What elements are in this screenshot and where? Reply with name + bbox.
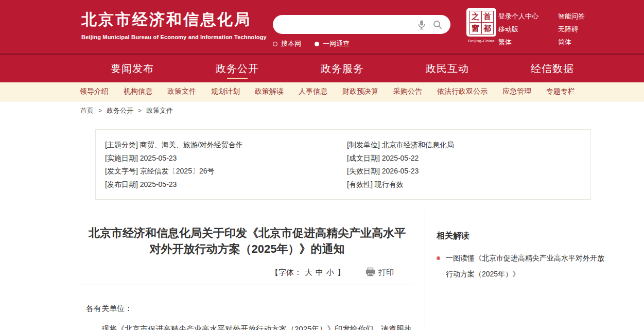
print-button[interactable]: 打印 — [365, 267, 394, 278]
login-personal-center-link[interactable]: 登录个人中心 — [498, 12, 545, 21]
meta-col-right: [制发单位]北京市经济和信息化局 [成文日期]2025-05-22 [失效日期]… — [347, 140, 581, 189]
logo-char: 都 — [481, 22, 494, 34]
meta-topic-category: [主题分类]商贸、海关、旅游/对外经贸合作 — [105, 140, 347, 150]
article-paragraph: 现将《北京市促进高精尖产业高水平对外开放行动方案（2025年）》印发给你们，请遵… — [80, 324, 414, 330]
subnav-leaders[interactable]: 领导介绍 — [80, 87, 109, 96]
article-title: 北京市经济和信息化局关于印发《北京市促进高精尖产业高水平对外开放行动方案（202… — [80, 225, 414, 257]
meta-col-left: [主题分类]商贸、海关、旅游/对外经贸合作 [实施日期]2025-05-23 [… — [105, 140, 347, 189]
font-size-medium[interactable]: 中 — [316, 268, 323, 277]
breadcrumb-separator: > — [98, 107, 102, 114]
nav-item-news[interactable]: 要闻发布 — [111, 55, 154, 82]
related-interpretation-link[interactable]: 一图读懂《北京市促进高精尖产业高水平对外开放行动方案（2025年）》 — [446, 250, 607, 282]
main-nav-items: 要闻发布 政务公开 政务服务 政民互动 经信数据 — [80, 55, 605, 82]
font-size-label: 【字体： — [271, 268, 302, 277]
font-size-small[interactable]: 小 — [326, 268, 334, 277]
printer-icon — [365, 267, 375, 278]
accessibility-link[interactable]: 无障碍 — [558, 25, 604, 34]
breadcrumb: 首页 > 政务公开 > 政策文件 — [80, 106, 173, 115]
smart-qa-link[interactable]: 智能问答 — [558, 12, 604, 21]
scope-option-onenet[interactable]: 一网通查 — [315, 39, 350, 48]
subnav-plans[interactable]: 规划计划 — [211, 87, 240, 96]
logo-char: 首 — [481, 11, 494, 23]
font-size-large[interactable]: 大 — [305, 268, 312, 277]
meta-validity: [有效性]现行有效 — [347, 179, 581, 189]
subnav-org-info[interactable]: 机构信息 — [124, 87, 152, 96]
scope-option-site[interactable]: 搜本网 — [273, 39, 301, 48]
article-divider — [80, 285, 414, 285]
subnav-policy-documents[interactable]: 政策文件 — [167, 87, 196, 96]
traditional-chinese-link[interactable]: 繁体 — [498, 38, 545, 47]
meta-publish-date: [发布日期]2025-05-23 — [105, 179, 347, 189]
header-quick-links: 登录个人中心 移动版 繁体 智能问答 无障碍 简体 — [498, 12, 604, 47]
font-size-controls: 【字体： 大 中 小 】 — [271, 268, 345, 277]
quick-links-col1: 登录个人中心 移动版 繁体 — [498, 12, 545, 47]
meta-issuing-unit: [制发单位]北京市经济和信息化局 — [347, 140, 581, 150]
logo-caption: Beijing-China — [465, 39, 498, 43]
sidebar-heading: 相关解读 — [437, 231, 607, 241]
subnav-fiscal-budget[interactable]: 财政预决算 — [342, 87, 378, 96]
article: 北京市经济和信息化局关于印发《北京市促进高精尖产业高水平对外开放行动方案（202… — [80, 200, 414, 330]
nav-item-public-interaction[interactable]: 政民互动 — [426, 55, 469, 82]
subnav-procurement[interactable]: 采购公告 — [393, 87, 422, 96]
meta-expiry-date: [失效日期]2026-05-23 — [347, 166, 581, 176]
capital-window-seal: 之 首 窗 都 — [466, 8, 496, 37]
capital-window-logo[interactable]: 之 首 窗 都 Beijing-China — [465, 8, 498, 43]
document-meta-box: [主题分类]商贸、海关、旅游/对外经贸合作 [实施日期]2025-05-23 [… — [95, 129, 591, 200]
scope-option-label: 一网通查 — [323, 39, 350, 48]
quick-links-col2: 智能问答 无障碍 简体 — [558, 12, 604, 47]
search-box — [273, 15, 450, 34]
meta-implementation-date: [实施日期]2025-05-23 — [105, 153, 347, 163]
breadcrumb-separator: > — [138, 107, 142, 114]
sub-nav-items: 领导介绍 机构信息 政策文件 规划计划 政策解读 人事信息 财政预决算 采购公告… — [80, 82, 575, 101]
nav-item-industry-data[interactable]: 经信数据 — [531, 55, 574, 82]
article-salutation: 各有关单位： — [80, 304, 414, 314]
meta-document-number: [发文字号]京经信发〔2025〕26号 — [105, 166, 347, 176]
breadcrumb-policy-documents[interactable]: 政策文件 — [146, 106, 173, 115]
subnav-emergency-management[interactable]: 应急管理 — [502, 87, 531, 96]
microphone-icon[interactable] — [415, 19, 428, 31]
radio-filled-icon — [315, 42, 319, 46]
breadcrumb-gov-disclosure[interactable]: 政务公开 — [107, 106, 133, 115]
main-nav: 要闻发布 政务公开 政务服务 政民互动 经信数据 — [0, 55, 644, 82]
subnav-policy-interpretation[interactable]: 政策解读 — [255, 87, 284, 96]
meta-written-date: [成文日期]2025-05-22 — [347, 153, 581, 163]
sub-nav: 领导介绍 机构信息 政策文件 规划计划 政策解读 人事信息 财政预决算 采购公告… — [0, 82, 644, 101]
search-scope-options: 搜本网 一网通查 — [273, 39, 350, 48]
breadcrumb-home[interactable]: 首页 — [80, 106, 94, 115]
site-subtitle: Beijing Municipal Bureau of Economy and … — [81, 34, 267, 40]
related-item: 一图读懂《北京市促进高精尖产业高水平对外开放行动方案（2025年）》 — [437, 250, 607, 282]
logo-char: 之 — [469, 11, 482, 23]
radio-empty-icon — [273, 42, 277, 46]
subnav-special-columns[interactable]: 专题专栏 — [546, 87, 575, 96]
related-interpretation-sidebar: 相关解读 一图读懂《北京市促进高精尖产业高水平对外开放行动方案（2025年）》 — [437, 231, 607, 282]
subnav-personnel[interactable]: 人事信息 — [299, 87, 327, 96]
logo-char: 窗 — [469, 22, 482, 34]
search-icon[interactable] — [432, 19, 443, 30]
article-tools: 【字体： 大 中 小 】 打印 — [80, 267, 414, 278]
print-label: 打印 — [378, 268, 394, 277]
subnav-law-enforcement-publicity[interactable]: 依法行政双公示 — [437, 87, 488, 96]
font-size-label-close: 】 — [337, 268, 345, 277]
nav-item-gov-disclosure[interactable]: 政务公开 — [216, 55, 259, 82]
site-header: 北京市经济和信息化局 Beijing Municipal Bureau of E… — [0, 0, 644, 54]
mobile-version-link[interactable]: 移动版 — [498, 25, 545, 34]
site-brand: 北京市经济和信息化局 Beijing Municipal Bureau of E… — [81, 9, 267, 40]
page: 北京市经济和信息化局 Beijing Municipal Bureau of E… — [0, 0, 644, 330]
bullet-dot-icon — [437, 256, 440, 260]
nav-item-gov-services[interactable]: 政务服务 — [321, 55, 364, 82]
simplified-chinese-link[interactable]: 简体 — [558, 38, 604, 47]
site-title: 北京市经济和信息化局 — [81, 9, 267, 30]
scope-option-label: 搜本网 — [281, 39, 301, 48]
content-vertical-divider — [425, 210, 425, 330]
